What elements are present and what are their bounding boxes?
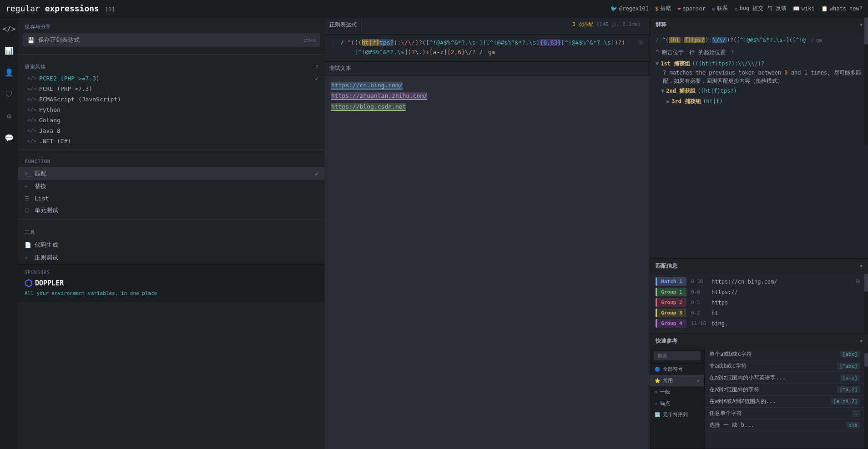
func-list[interactable]: ☰ List bbox=[18, 193, 325, 204]
link-twitter[interactable]: 🐦 @regex101 bbox=[611, 5, 649, 12]
qr-row-1: 单个a或b或c字符 [abc] bbox=[705, 349, 864, 360]
group-range-1: 0-8 bbox=[686, 289, 712, 295]
link-donate[interactable]: $ 捐赠 bbox=[655, 5, 671, 12]
qr-scrollbar-thumb[interactable] bbox=[864, 353, 868, 367]
match-highlight-2: https://zhuanlan.zhihu.com/ bbox=[331, 92, 427, 100]
lang-dotnet[interactable]: </> .NET (C#) bbox=[18, 136, 325, 146]
mail-icon: ✉ bbox=[712, 5, 715, 12]
qr-nav-common[interactable]: ⭐ 常用 ✓ bbox=[650, 375, 704, 386]
sponsor-logo: ⬡ DOPPLER bbox=[25, 278, 318, 289]
logo: regular expressions 101 bbox=[5, 4, 115, 13]
logo-expressions: expressions bbox=[40, 4, 99, 13]
book-icon: 📖 bbox=[793, 5, 800, 12]
regex-content[interactable]: / ^(((ht|f)tps?):\/\/)?([^!@#$%^&*?.\s-]… bbox=[340, 38, 634, 57]
qr-general-icon: ⚙ bbox=[655, 389, 657, 394]
sidebar: 保存与分享 💾 保存正则表达式 ctrl+s 语言风格 ? </> bbox=[18, 17, 325, 449]
qr-row-4: 在a到z范围外的字符 [^a-z] bbox=[705, 384, 864, 396]
strip-user[interactable]: 👤 bbox=[2, 65, 16, 79]
star-icon: 📋 bbox=[821, 5, 828, 12]
func-unittest[interactable]: ⬡ 单元测试 bbox=[18, 204, 325, 217]
func-match[interactable]: >_ 匹配 ✓ bbox=[18, 167, 325, 180]
match-copy-1[interactable]: ⎘ bbox=[853, 277, 863, 286]
save-section-title: 保存与分享 bbox=[18, 17, 325, 33]
quick-ref-nav: 🔵 全部符号 ⭐ 常用 ✓ ⚙ 一般 ⚓ 锚点 bbox=[650, 349, 705, 449]
match-info-header[interactable]: 匹配信息 ▼ bbox=[650, 259, 868, 274]
main-layout: </> 📊 👤 🛡 ⚙ 💬 保存与分享 💾 保存正则表达式 ctrl+s bbox=[0, 17, 868, 449]
qr-row-5: 在a到A或A到Z范围内的... [a-zA-Z] bbox=[705, 396, 864, 408]
lang-pcre[interactable]: </> PCRE (PHP <7.3) bbox=[18, 84, 325, 94]
exp-scrollbar-track bbox=[864, 17, 868, 145]
debug-icon: ✳ bbox=[25, 254, 31, 261]
link-wiki[interactable]: 📖 wiki bbox=[793, 5, 815, 12]
save-button[interactable]: 💾 保存正则表达式 ctrl+s bbox=[23, 33, 320, 47]
quick-ref-content: 🔵 全部符号 ⭐ 常用 ✓ ⚙ 一般 ⚓ 锚点 bbox=[650, 349, 868, 449]
lang-check: ✓ bbox=[315, 75, 318, 82]
link-sponsor[interactable]: ❤ sponsor bbox=[677, 5, 706, 12]
exp-scrollbar-thumb[interactable] bbox=[864, 17, 868, 45]
func-replace[interactable]: ✂ 替换 bbox=[18, 180, 325, 193]
lang-info-icon[interactable]: ? bbox=[315, 64, 318, 70]
logo-num: 101 bbox=[105, 6, 115, 13]
qr-nav-anchor[interactable]: ⚓ 锚点 bbox=[650, 398, 704, 409]
explanation-title: 解释 bbox=[656, 21, 666, 29]
lang-golang[interactable]: </> Golang bbox=[18, 115, 325, 125]
link-whatsnew[interactable]: 📋 whats new? bbox=[821, 5, 863, 12]
strip-gear[interactable]: ⚙ bbox=[2, 109, 16, 123]
match-range-1: 0-20 bbox=[686, 279, 712, 284]
strip-code[interactable]: </> bbox=[2, 22, 16, 35]
strip-chat[interactable]: 💬 bbox=[2, 131, 16, 145]
tool-debug[interactable]: ✳ 正则调试 bbox=[18, 251, 325, 264]
qr-row-7: 选择 一 或 b... a|b bbox=[705, 419, 864, 431]
qr-row-6: 任意单个字符 . bbox=[705, 408, 864, 419]
exp-caret-desc: ^ 断言位于一行 的起始位置 ? bbox=[656, 48, 863, 57]
quick-ref-search-input[interactable] bbox=[654, 351, 701, 360]
tool-codegen[interactable]: 📄 代码生成 bbox=[18, 239, 325, 251]
group-range-2: 0-5 bbox=[686, 299, 712, 305]
match-scrollbar-thumb[interactable] bbox=[864, 274, 868, 292]
logo-regular: regular bbox=[5, 4, 40, 13]
exp-group1: ▼ 1st 捕获组 (((ht|f)tps?):\\/\\/)? ? match… bbox=[656, 60, 863, 85]
regex-bar: 正则表达式 3 次匹配 (146 步, 0.1ms) bbox=[325, 17, 650, 35]
qr-nav-all[interactable]: 🔵 全部符号 bbox=[650, 364, 704, 375]
quick-ref-section: 快速参考 ▼ 🔵 全部符号 ⭐ 常用 ✓ bbox=[650, 334, 868, 449]
tools-section-title: 工具 bbox=[18, 223, 325, 239]
match-highlight-1: https://cn.bing.com/ bbox=[331, 82, 403, 90]
test-area-header: 测试文本 bbox=[325, 62, 650, 75]
exp-regex-display: / ^((ht|f)tps?):\/\/)?([^!@#$%^&*?.\s-](… bbox=[656, 36, 863, 45]
link-bug[interactable]: ⚠ bug 提交 与 反馈 bbox=[734, 5, 787, 12]
match-row-g4: Group 4 11-16 bing. bbox=[656, 319, 863, 328]
lang-ecma[interactable]: </> ECMAScript (JavaScript) bbox=[18, 94, 325, 105]
lang-java[interactable]: </> Java 8 bbox=[18, 125, 325, 136]
explanation-header[interactable]: 解释 ▼ bbox=[650, 17, 868, 32]
lang-python[interactable]: </> Python bbox=[18, 105, 325, 115]
topnav-links: 🐦 @regex101 $ 捐赠 ❤ sponsor ✉ 联系 ⚠ bug 提交… bbox=[611, 5, 863, 12]
group-range-4: 11-16 bbox=[686, 320, 712, 326]
lang-pcre2[interactable]: </> PCRE2 (PHP >=7.3) ✓ bbox=[18, 73, 325, 84]
group-value-1: https:// bbox=[712, 289, 863, 295]
link-contact[interactable]: ✉ 联系 bbox=[712, 5, 728, 12]
save-icon: 💾 bbox=[27, 37, 35, 44]
quick-ref-header[interactable]: 快速参考 ▼ bbox=[650, 334, 868, 349]
regex-editor[interactable]: ⋮ / ^(((ht|f)tps?):\/\/)?([^!@#$%^&*?.\s… bbox=[325, 35, 650, 62]
group-value-2: https bbox=[712, 299, 863, 306]
explanation-content: / ^((ht|f)tps?):\/\/)?([^!@#$%^&*?.\s-](… bbox=[650, 32, 868, 111]
doppler-icon: ⬡ bbox=[25, 278, 32, 289]
group-value-3: ht bbox=[712, 310, 863, 316]
exp-group3: ▶ 3rd 捕获组 (ht|f) bbox=[666, 97, 863, 106]
strip-shield[interactable]: 🛡 bbox=[2, 87, 16, 101]
test-textarea[interactable]: https://cn.bing.com/ https://zhuanlan.zh… bbox=[325, 75, 650, 449]
exp-collapse-2[interactable]: ▼ bbox=[661, 87, 664, 95]
sponsor-box: SPONSORS ⬡ DOPPLER All your environment … bbox=[18, 264, 325, 302]
quick-ref-search-box bbox=[650, 349, 704, 364]
strip-chart[interactable]: 📊 bbox=[2, 44, 16, 57]
sponsor-name: DOPPLER bbox=[35, 279, 64, 287]
regex-copy-button[interactable]: ⎘ bbox=[638, 38, 645, 47]
match-info-content: Match 1 0-20 https://cn.bing.com/ ⎘ Grou… bbox=[650, 274, 868, 333]
qr-nav-general[interactable]: ⚙ 一般 bbox=[650, 386, 704, 398]
list-icon: ☰ bbox=[25, 195, 31, 202]
lang-section-title: 语言风格 ? bbox=[18, 57, 325, 73]
exp-collapse-1[interactable]: ▼ bbox=[656, 60, 659, 68]
match-icon: >_ bbox=[25, 170, 31, 177]
exp-collapse-3[interactable]: ▶ bbox=[666, 97, 670, 106]
qr-nav-meta[interactable]: 🔣 元字符序列 bbox=[650, 409, 704, 420]
